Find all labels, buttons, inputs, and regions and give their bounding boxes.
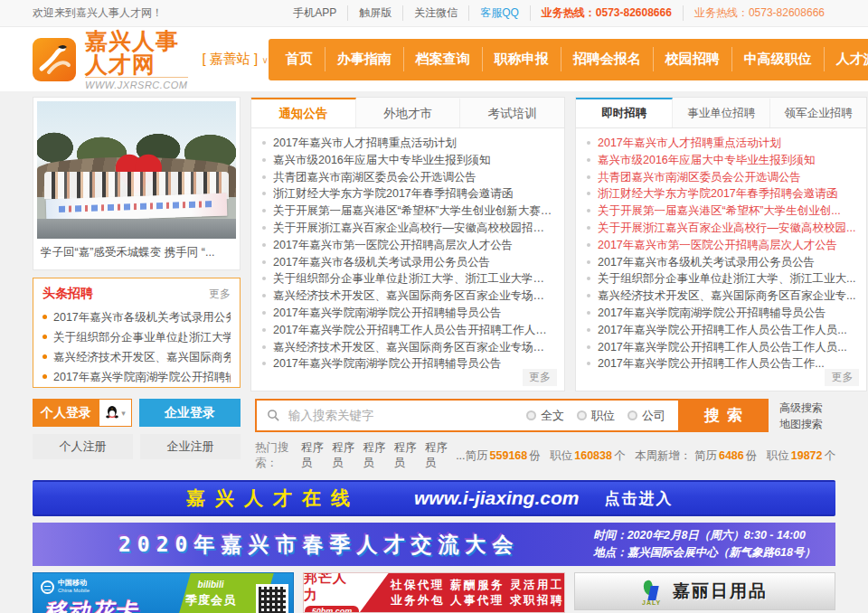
notice-item[interactable]: 嘉兴经济技术开发区、嘉兴国际商务区百家企业专场招聘会公告 [262,288,553,305]
nav-item[interactable]: 办事指南 [325,47,403,71]
job-item[interactable]: 关于组织部分企事业单位赴浙江大学、浙江工业大... [587,270,855,288]
station-label: [ 嘉善站 ] [203,51,259,66]
banner2-time: 时间：2020年2月8日（周六）8:30 - 14:00 [593,527,816,544]
banner1-title: 嘉兴人才在线 [186,486,360,511]
ads-row: 中国移动China Mobile 移动花卡 bilibili 季度会员 邦芒人力… [33,572,835,613]
headline-recruit-card: 头条招聘 更多 2017年嘉兴市各级机关考试录用公务...关于组织部分企事业单位… [33,278,241,388]
job-item[interactable]: 2017年嘉兴学院公开招聘工作人员公告工作人员... [587,339,855,356]
main-content: 学子回“嘉”感受禾城蝶变 携手同 “... 头条招聘 更多 2017年嘉兴市各级… [0,91,868,613]
jobs-list: 2017年嘉兴市人才招聘重点活动计划嘉兴市级2016年应届大中专毕业生报到须知共… [576,128,866,373]
nav-item[interactable]: 校园招聘 [653,47,731,71]
notice-item[interactable]: 2017年嘉兴学院公开招聘工作人员公告开招聘工作人员公告开... [262,322,553,339]
bullet-icon [587,311,590,315]
headline-item[interactable]: 嘉兴经济技术开发区、嘉兴国际商务... [42,347,231,367]
bullet-icon [262,243,266,247]
scope-fulltext[interactable]: 全文 [526,408,564,424]
notice-item[interactable]: 浙江财经大学东方学院2017年春季招聘会邀请函 [262,185,553,203]
job-item[interactable]: 2017年嘉兴市人才招聘重点活动计划 [587,135,855,152]
job-item[interactable]: 2017年嘉兴市各级机关考试录用公务员公告 [587,254,855,271]
nav-item[interactable]: 人才派遣 [824,47,868,71]
ad-jaly-daily-goods[interactable]: JALY 嘉丽日用品 [574,572,835,610]
job-item[interactable]: 嘉兴经济技术开发区、嘉兴国际商务区百家企业专... [587,288,855,305]
banner-jiaxing-talent-online[interactable]: 嘉兴人才在线 www.i-jiaxing.com 点击进入 [33,480,835,516]
notice-item[interactable]: 关于开展浙江嘉兴百家企业高校行—安徽高校校园招聘活动的通... [262,220,553,237]
photo-caption[interactable]: 学子回“嘉”感受禾城蝶变 携手同 “... [37,239,236,266]
job-item[interactable]: 2017年嘉兴学院南湖学院公开招聘辅导员公告 [587,305,855,322]
job-item[interactable]: 嘉兴市级2016年应届大中专毕业生报到须知 [587,152,855,169]
site-logo-icon[interactable] [33,38,76,81]
personal-register-button[interactable]: 个人注册 [33,434,133,459]
notice-item[interactable]: 2017年嘉兴市各级机关考试录用公务员公告 [262,254,553,271]
site-title-block[interactable]: 嘉兴人事人才网 WWW.JXRSRC.COM [85,29,188,90]
jobs-more-link[interactable]: 更多 [825,369,859,386]
company-register-button[interactable]: 企业注册 [140,434,241,459]
hot-keyword[interactable]: 程序员 [425,440,448,471]
job-item[interactable]: 2017年嘉兴市第一医院公开招聘高层次人才公告 [587,237,855,254]
job-item[interactable]: 关于开展第一届嘉兴港区“希望杯”大学生创业创... [587,203,855,220]
hot-keyword[interactable]: 程序员 [363,440,385,471]
topbar-link-wechat[interactable]: 关注微信 [403,5,469,21]
notice-tab[interactable]: 外地才市 [356,98,461,127]
notice-item[interactable]: 2017年嘉兴学院南湖学院公开招聘辅导员公告 [262,355,553,373]
station-switcher[interactable]: [ 嘉善站 ] ∨ [203,51,269,68]
jobs-tab[interactable]: 领军企业招聘 [770,98,866,127]
ad-bangmang-hr[interactable]: 邦芒人力 50bm.com 社保代理 薪酬服务 灵活用工 业务外包 人事代理 求… [303,572,565,613]
notice-item[interactable]: 嘉兴经济技术开发区、嘉兴国际商务区百家企业专场招聘会公告 [262,339,553,356]
hot-keyword[interactable]: 程序员 [332,440,354,471]
topbar-link-touch[interactable]: 触屏版 [348,5,403,21]
jobs-tab[interactable]: 即时招聘 [576,98,673,127]
bullet-icon [587,243,590,247]
topbar-link-app[interactable]: 手机APP [282,5,348,21]
nav-item[interactable]: 首页 [274,47,325,71]
job-item[interactable]: 共青团嘉兴市南湖区委员会公开选调公告 [587,169,855,186]
china-mobile-logo: 中国移动China Mobile [41,579,90,595]
notice-item[interactable]: 2017年嘉兴学院南湖学院公开招聘辅导员公告 [262,305,553,322]
bangmang-services-line1: 社保代理 薪酬服务 灵活用工 [391,578,564,593]
hot-keyword[interactable]: 程序员 [301,440,324,471]
ad-china-mobile[interactable]: 中国移动China Mobile 移动花卡 bilibili 季度会员 [33,572,294,613]
nav-item[interactable]: 档案查询 [403,47,482,71]
search-input[interactable] [288,409,526,422]
hot-search-row: 热门搜索： 程序员 程序员 程序员 程序员 程序员 ... 简历559168份 … [255,440,835,471]
radio-icon [577,410,587,420]
bullet-icon [262,277,266,280]
jobs-tab[interactable]: 事业单位招聘 [673,98,769,127]
banner-spring-job-fair[interactable]: 2020年嘉兴市春季人才交流大会 时间：2020年2月8日（周六）8:30 - … [33,523,835,566]
headline-item[interactable]: 2017年嘉兴学院南湖学院公开招聘辅... [42,367,231,387]
scope-company[interactable]: 公司 [627,408,665,424]
notice-item[interactable]: 2017年嘉兴市第一医院公开招聘高层次人才公告 [262,237,553,254]
qq-login-dropdown[interactable]: ▾ [99,399,132,427]
job-item[interactable]: 关于开展浙江嘉兴百家企业高校行—安徽高校校园... [587,220,855,237]
notice-item[interactable]: 嘉兴市级2016年应届大中专毕业生报到须知 [262,152,553,169]
notice-item[interactable]: 共青团嘉兴市南湖区委员会公开选调公告 [262,169,553,186]
job-item[interactable]: 浙江财经大学东方学院2017年春季招聘会邀请函 [587,185,855,203]
scope-position[interactable]: 职位 [577,408,615,424]
advanced-search-link[interactable]: 高级搜索 [779,400,835,416]
topbar-link-qq[interactable]: 客服QQ [469,5,531,21]
hot-keyword[interactable]: 程序员 [394,440,417,471]
notice-tab[interactable]: 通知公告 [251,98,356,127]
bullet-icon [262,294,266,297]
nav-item[interactable]: 职称申报 [482,47,561,71]
company-login-button[interactable]: 企业登录 [139,399,241,427]
headline-item[interactable]: 关于组织部分企事业单位赴浙江大学... [42,327,231,347]
news-photo[interactable] [37,101,236,239]
job-item[interactable]: 2017年嘉兴学院公开招聘工作人员公告工作... [587,355,855,373]
banner1-url: www.i-jiaxing.com [414,487,579,509]
bullet-icon [587,328,590,332]
headline-item[interactable]: 2017年嘉兴市各级机关考试录用公务... [42,307,231,327]
nav-item[interactable]: 中高级职位 [731,47,824,71]
personal-login-button[interactable]: 个人登录 [33,399,99,427]
headline-more-link[interactable]: 更多 [209,287,231,302]
map-search-link[interactable]: 地图搜索 [779,416,835,432]
nav-item[interactable]: 招聘会报名 [561,47,653,71]
notice-item[interactable]: 2017年嘉兴市人才招聘重点活动计划 [262,135,553,152]
notice-item[interactable]: 关于组织部分企事业单位赴浙江大学、浙江工业大学招聘人才的... [262,270,553,288]
search-button[interactable]: 搜索 [678,401,767,430]
notice-item[interactable]: 关于开展第一届嘉兴港区“希望杯”大学生创业创新大赛的通知 [262,203,553,220]
notice-tab[interactable]: 考试培训 [460,98,564,127]
site-url: WWW.JXRSRC.COM [85,77,188,90]
notice-more-link[interactable]: 更多 [523,369,557,386]
search-box: 全文 职位 公司 搜索 [255,399,769,432]
job-item[interactable]: 2017年嘉兴学院公开招聘工作人员公告工作人员... [587,322,855,339]
